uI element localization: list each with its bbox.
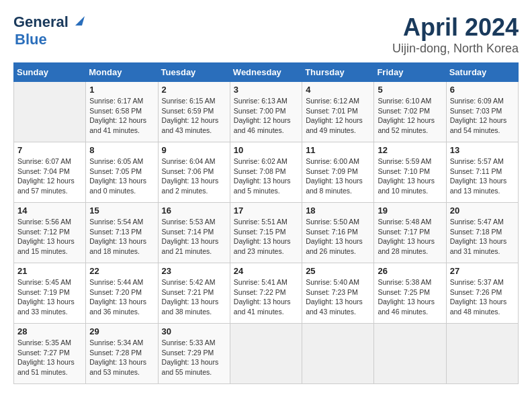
day-number: 27 [450, 266, 515, 276]
calendar-cell: 14Sunrise: 5:56 AM Sunset: 7:12 PM Dayli… [14, 203, 86, 263]
day-detail: Sunrise: 6:04 AM Sunset: 7:06 PM Dayligh… [162, 156, 226, 196]
day-number: 19 [378, 205, 442, 216]
day-detail: Sunrise: 5:57 AM Sunset: 7:11 PM Dayligh… [450, 156, 515, 196]
calendar-cell: 23Sunrise: 5:42 AM Sunset: 7:21 PM Dayli… [158, 263, 230, 324]
calendar-cell: 2Sunrise: 6:15 AM Sunset: 6:59 PM Daylig… [158, 82, 230, 142]
logo-blue: Blue [15, 31, 47, 48]
day-number: 8 [89, 145, 154, 155]
logo-bird-icon [70, 13, 85, 28]
calendar-cell: 24Sunrise: 5:41 AM Sunset: 7:22 PM Dayli… [230, 263, 302, 324]
day-number: 18 [306, 205, 370, 216]
day-number: 15 [89, 205, 154, 216]
calendar-cell [446, 324, 518, 384]
calendar-cell [230, 324, 302, 384]
calendar-cell: 26Sunrise: 5:38 AM Sunset: 7:25 PM Dayli… [374, 263, 446, 324]
calendar-cell: 6Sunrise: 6:09 AM Sunset: 7:03 PM Daylig… [446, 82, 518, 142]
day-detail: Sunrise: 5:44 AM Sunset: 7:20 PM Dayligh… [89, 277, 154, 317]
day-number: 29 [89, 326, 154, 336]
day-number: 30 [162, 326, 226, 336]
svg-marker-0 [75, 16, 85, 26]
calendar-week-row: 14Sunrise: 5:56 AM Sunset: 7:12 PM Dayli… [14, 203, 519, 263]
title-area: April 2024 Uijin-dong, North Korea [392, 13, 519, 56]
header: General Blue April 2024 Uijin-dong, Nort… [13, 13, 519, 56]
calendar-cell: 15Sunrise: 5:54 AM Sunset: 7:13 PM Dayli… [86, 203, 158, 263]
day-detail: Sunrise: 5:45 AM Sunset: 7:19 PM Dayligh… [17, 277, 82, 317]
day-detail: Sunrise: 5:48 AM Sunset: 7:17 PM Dayligh… [378, 217, 442, 257]
calendar-body: 1Sunrise: 6:17 AM Sunset: 6:58 PM Daylig… [14, 82, 519, 384]
day-number: 17 [234, 205, 298, 216]
day-number: 9 [162, 145, 226, 155]
calendar-cell: 19Sunrise: 5:48 AM Sunset: 7:17 PM Dayli… [374, 203, 446, 263]
day-detail: Sunrise: 5:53 AM Sunset: 7:14 PM Dayligh… [162, 217, 226, 257]
calendar-cell: 30Sunrise: 5:33 AM Sunset: 7:29 PM Dayli… [158, 324, 230, 384]
day-number: 20 [450, 205, 515, 216]
calendar-cell: 3Sunrise: 6:13 AM Sunset: 7:00 PM Daylig… [230, 82, 302, 142]
day-detail: Sunrise: 6:17 AM Sunset: 6:58 PM Dayligh… [89, 96, 154, 136]
day-detail: Sunrise: 5:37 AM Sunset: 7:26 PM Dayligh… [450, 277, 515, 317]
calendar-week-row: 28Sunrise: 5:35 AM Sunset: 7:27 PM Dayli… [14, 324, 519, 384]
calendar-cell: 12Sunrise: 5:59 AM Sunset: 7:10 PM Dayli… [374, 142, 446, 203]
day-number: 16 [162, 205, 226, 216]
calendar-cell: 5Sunrise: 6:10 AM Sunset: 7:02 PM Daylig… [374, 82, 446, 142]
calendar-cell: 29Sunrise: 5:34 AM Sunset: 7:28 PM Dayli… [86, 324, 158, 384]
calendar-week-row: 21Sunrise: 5:45 AM Sunset: 7:19 PM Dayli… [14, 263, 519, 324]
day-number: 14 [17, 205, 82, 216]
day-number: 13 [450, 145, 515, 155]
calendar-cell: 11Sunrise: 6:00 AM Sunset: 7:09 PM Dayli… [302, 142, 374, 203]
day-detail: Sunrise: 5:34 AM Sunset: 7:28 PM Dayligh… [89, 338, 154, 377]
day-number: 5 [378, 85, 442, 95]
day-of-week-header: Friday [374, 63, 446, 82]
calendar-cell: 1Sunrise: 6:17 AM Sunset: 6:58 PM Daylig… [86, 82, 158, 142]
day-detail: Sunrise: 5:59 AM Sunset: 7:10 PM Dayligh… [378, 156, 442, 196]
calendar-cell [374, 324, 446, 384]
days-of-week-row: SundayMondayTuesdayWednesdayThursdayFrid… [14, 63, 519, 82]
calendar-cell: 27Sunrise: 5:37 AM Sunset: 7:26 PM Dayli… [446, 263, 518, 324]
day-detail: Sunrise: 5:47 AM Sunset: 7:18 PM Dayligh… [450, 217, 515, 257]
day-number: 4 [306, 85, 370, 95]
calendar-cell: 17Sunrise: 5:51 AM Sunset: 7:15 PM Dayli… [230, 203, 302, 263]
day-detail: Sunrise: 5:56 AM Sunset: 7:12 PM Dayligh… [17, 217, 82, 257]
day-number: 12 [378, 145, 442, 155]
day-number: 1 [89, 85, 154, 95]
calendar-cell: 21Sunrise: 5:45 AM Sunset: 7:19 PM Dayli… [14, 263, 86, 324]
day-number: 23 [162, 266, 226, 276]
calendar-cell: 4Sunrise: 6:12 AM Sunset: 7:01 PM Daylig… [302, 82, 374, 142]
day-of-week-header: Tuesday [158, 63, 230, 82]
day-detail: Sunrise: 6:00 AM Sunset: 7:09 PM Dayligh… [306, 156, 370, 196]
calendar-week-row: 1Sunrise: 6:17 AM Sunset: 6:58 PM Daylig… [14, 82, 519, 142]
calendar-cell: 22Sunrise: 5:44 AM Sunset: 7:20 PM Dayli… [86, 263, 158, 324]
day-of-week-header: Thursday [302, 63, 374, 82]
day-number: 7 [17, 145, 82, 155]
calendar-title: April 2024 [392, 13, 519, 42]
day-detail: Sunrise: 6:09 AM Sunset: 7:03 PM Dayligh… [450, 96, 515, 136]
day-number: 26 [378, 266, 442, 276]
day-number: 10 [234, 145, 298, 155]
day-detail: Sunrise: 5:54 AM Sunset: 7:13 PM Dayligh… [89, 217, 154, 257]
day-number: 22 [89, 266, 154, 276]
day-number: 25 [306, 266, 370, 276]
day-detail: Sunrise: 6:15 AM Sunset: 6:59 PM Dayligh… [162, 96, 226, 136]
day-number: 11 [306, 145, 370, 155]
calendar-cell: 9Sunrise: 6:04 AM Sunset: 7:06 PM Daylig… [158, 142, 230, 203]
calendar-cell [14, 82, 86, 142]
day-detail: Sunrise: 6:07 AM Sunset: 7:04 PM Dayligh… [17, 156, 82, 196]
calendar-cell: 25Sunrise: 5:40 AM Sunset: 7:23 PM Dayli… [302, 263, 374, 324]
calendar-table: SundayMondayTuesdayWednesdayThursdayFrid… [13, 62, 519, 384]
calendar-cell: 16Sunrise: 5:53 AM Sunset: 7:14 PM Dayli… [158, 203, 230, 263]
calendar-cell: 8Sunrise: 6:05 AM Sunset: 7:05 PM Daylig… [86, 142, 158, 203]
day-detail: Sunrise: 5:41 AM Sunset: 7:22 PM Dayligh… [234, 277, 298, 317]
day-detail: Sunrise: 5:40 AM Sunset: 7:23 PM Dayligh… [306, 277, 370, 317]
logo: General Blue [13, 13, 85, 48]
day-detail: Sunrise: 6:13 AM Sunset: 7:00 PM Dayligh… [234, 96, 298, 136]
calendar-header: SundayMondayTuesdayWednesdayThursdayFrid… [14, 63, 519, 82]
day-number: 28 [17, 326, 82, 336]
day-number: 6 [450, 85, 515, 95]
day-of-week-header: Saturday [446, 63, 518, 82]
day-detail: Sunrise: 6:10 AM Sunset: 7:02 PM Dayligh… [378, 96, 442, 136]
day-detail: Sunrise: 5:33 AM Sunset: 7:29 PM Dayligh… [162, 338, 226, 377]
calendar-cell: 20Sunrise: 5:47 AM Sunset: 7:18 PM Dayli… [446, 203, 518, 263]
day-detail: Sunrise: 5:35 AM Sunset: 7:27 PM Dayligh… [17, 338, 82, 377]
calendar-cell: 10Sunrise: 6:02 AM Sunset: 7:08 PM Dayli… [230, 142, 302, 203]
calendar-subtitle: Uijin-dong, North Korea [392, 42, 519, 56]
calendar-cell: 7Sunrise: 6:07 AM Sunset: 7:04 PM Daylig… [14, 142, 86, 203]
